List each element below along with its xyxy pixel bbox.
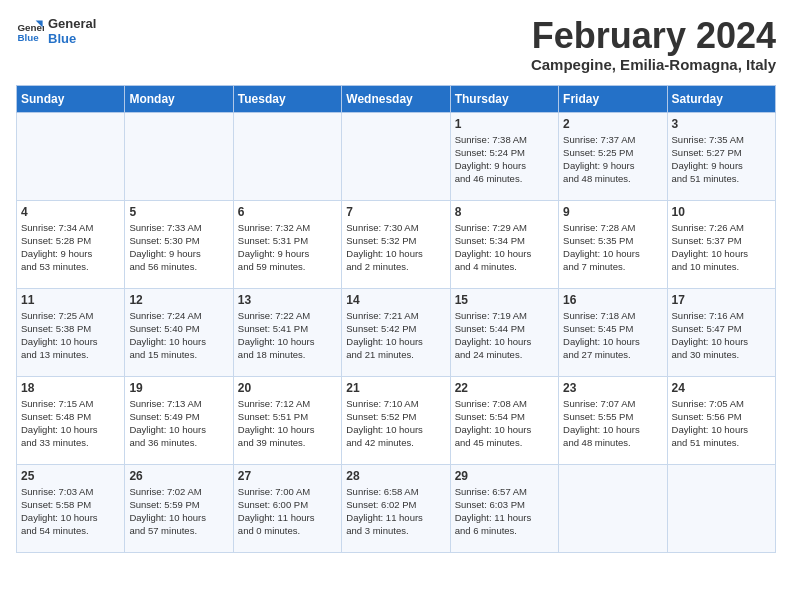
logo: General Blue General Blue [16, 16, 96, 46]
day-info: Sunrise: 7:24 AMSunset: 5:40 PMDaylight:… [129, 309, 228, 362]
calendar-body: 1Sunrise: 7:38 AMSunset: 5:24 PMDaylight… [17, 112, 776, 552]
calendar-cell [667, 464, 775, 552]
header-day-saturday: Saturday [667, 85, 775, 112]
calendar-cell [342, 112, 450, 200]
day-number: 9 [563, 205, 662, 219]
day-info: Sunrise: 7:37 AMSunset: 5:25 PMDaylight:… [563, 133, 662, 186]
calendar-cell: 22Sunrise: 7:08 AMSunset: 5:54 PMDayligh… [450, 376, 558, 464]
day-info: Sunrise: 7:00 AMSunset: 6:00 PMDaylight:… [238, 485, 337, 538]
calendar-cell: 27Sunrise: 7:00 AMSunset: 6:00 PMDayligh… [233, 464, 341, 552]
calendar-cell: 2Sunrise: 7:37 AMSunset: 5:25 PMDaylight… [559, 112, 667, 200]
week-row-3: 11Sunrise: 7:25 AMSunset: 5:38 PMDayligh… [17, 288, 776, 376]
day-info: Sunrise: 7:35 AMSunset: 5:27 PMDaylight:… [672, 133, 771, 186]
day-number: 21 [346, 381, 445, 395]
calendar-cell: 4Sunrise: 7:34 AMSunset: 5:28 PMDaylight… [17, 200, 125, 288]
calendar-subtitle: Campegine, Emilia-Romagna, Italy [531, 56, 776, 73]
calendar-cell [17, 112, 125, 200]
day-number: 5 [129, 205, 228, 219]
day-info: Sunrise: 7:02 AMSunset: 5:59 PMDaylight:… [129, 485, 228, 538]
day-number: 14 [346, 293, 445, 307]
calendar-cell: 12Sunrise: 7:24 AMSunset: 5:40 PMDayligh… [125, 288, 233, 376]
svg-text:Blue: Blue [17, 32, 39, 43]
logo-blue-text: Blue [48, 31, 96, 46]
day-number: 29 [455, 469, 554, 483]
day-info: Sunrise: 7:13 AMSunset: 5:49 PMDaylight:… [129, 397, 228, 450]
day-info: Sunrise: 7:05 AMSunset: 5:56 PMDaylight:… [672, 397, 771, 450]
calendar-cell: 11Sunrise: 7:25 AMSunset: 5:38 PMDayligh… [17, 288, 125, 376]
header-day-friday: Friday [559, 85, 667, 112]
day-info: Sunrise: 7:22 AMSunset: 5:41 PMDaylight:… [238, 309, 337, 362]
day-number: 28 [346, 469, 445, 483]
day-number: 20 [238, 381, 337, 395]
day-number: 16 [563, 293, 662, 307]
day-info: Sunrise: 7:07 AMSunset: 5:55 PMDaylight:… [563, 397, 662, 450]
day-number: 11 [21, 293, 120, 307]
calendar-cell: 21Sunrise: 7:10 AMSunset: 5:52 PMDayligh… [342, 376, 450, 464]
calendar-cell: 19Sunrise: 7:13 AMSunset: 5:49 PMDayligh… [125, 376, 233, 464]
day-number: 2 [563, 117, 662, 131]
calendar-cell: 8Sunrise: 7:29 AMSunset: 5:34 PMDaylight… [450, 200, 558, 288]
day-info: Sunrise: 7:10 AMSunset: 5:52 PMDaylight:… [346, 397, 445, 450]
calendar-cell: 23Sunrise: 7:07 AMSunset: 5:55 PMDayligh… [559, 376, 667, 464]
logo-general-text: General [48, 16, 96, 31]
day-number: 3 [672, 117, 771, 131]
day-number: 12 [129, 293, 228, 307]
day-info: Sunrise: 7:12 AMSunset: 5:51 PMDaylight:… [238, 397, 337, 450]
calendar-cell: 29Sunrise: 6:57 AMSunset: 6:03 PMDayligh… [450, 464, 558, 552]
day-number: 19 [129, 381, 228, 395]
calendar-cell: 20Sunrise: 7:12 AMSunset: 5:51 PMDayligh… [233, 376, 341, 464]
day-info: Sunrise: 7:08 AMSunset: 5:54 PMDaylight:… [455, 397, 554, 450]
calendar-title: February 2024 [531, 16, 776, 56]
calendar-cell: 5Sunrise: 7:33 AMSunset: 5:30 PMDaylight… [125, 200, 233, 288]
calendar-cell [233, 112, 341, 200]
week-row-2: 4Sunrise: 7:34 AMSunset: 5:28 PMDaylight… [17, 200, 776, 288]
day-number: 4 [21, 205, 120, 219]
calendar-table: SundayMondayTuesdayWednesdayThursdayFrid… [16, 85, 776, 553]
day-number: 23 [563, 381, 662, 395]
day-info: Sunrise: 7:33 AMSunset: 5:30 PMDaylight:… [129, 221, 228, 274]
week-row-4: 18Sunrise: 7:15 AMSunset: 5:48 PMDayligh… [17, 376, 776, 464]
calendar-cell: 14Sunrise: 7:21 AMSunset: 5:42 PMDayligh… [342, 288, 450, 376]
day-number: 26 [129, 469, 228, 483]
day-info: Sunrise: 7:28 AMSunset: 5:35 PMDaylight:… [563, 221, 662, 274]
calendar-cell: 13Sunrise: 7:22 AMSunset: 5:41 PMDayligh… [233, 288, 341, 376]
calendar-cell: 1Sunrise: 7:38 AMSunset: 5:24 PMDaylight… [450, 112, 558, 200]
day-number: 1 [455, 117, 554, 131]
day-number: 18 [21, 381, 120, 395]
day-info: Sunrise: 7:15 AMSunset: 5:48 PMDaylight:… [21, 397, 120, 450]
calendar-cell: 10Sunrise: 7:26 AMSunset: 5:37 PMDayligh… [667, 200, 775, 288]
day-info: Sunrise: 7:34 AMSunset: 5:28 PMDaylight:… [21, 221, 120, 274]
day-number: 24 [672, 381, 771, 395]
header-day-wednesday: Wednesday [342, 85, 450, 112]
logo-icon: General Blue [16, 17, 44, 45]
day-info: Sunrise: 7:26 AMSunset: 5:37 PMDaylight:… [672, 221, 771, 274]
day-info: Sunrise: 6:58 AMSunset: 6:02 PMDaylight:… [346, 485, 445, 538]
calendar-cell: 16Sunrise: 7:18 AMSunset: 5:45 PMDayligh… [559, 288, 667, 376]
calendar-cell: 26Sunrise: 7:02 AMSunset: 5:59 PMDayligh… [125, 464, 233, 552]
day-info: Sunrise: 7:38 AMSunset: 5:24 PMDaylight:… [455, 133, 554, 186]
header-day-monday: Monday [125, 85, 233, 112]
header-day-thursday: Thursday [450, 85, 558, 112]
calendar-header-row: SundayMondayTuesdayWednesdayThursdayFrid… [17, 85, 776, 112]
header: General Blue General Blue February 2024 … [16, 16, 776, 73]
header-day-tuesday: Tuesday [233, 85, 341, 112]
day-number: 22 [455, 381, 554, 395]
calendar-cell: 9Sunrise: 7:28 AMSunset: 5:35 PMDaylight… [559, 200, 667, 288]
day-info: Sunrise: 7:19 AMSunset: 5:44 PMDaylight:… [455, 309, 554, 362]
calendar-cell: 28Sunrise: 6:58 AMSunset: 6:02 PMDayligh… [342, 464, 450, 552]
calendar-cell: 15Sunrise: 7:19 AMSunset: 5:44 PMDayligh… [450, 288, 558, 376]
day-info: Sunrise: 6:57 AMSunset: 6:03 PMDaylight:… [455, 485, 554, 538]
day-number: 13 [238, 293, 337, 307]
week-row-5: 25Sunrise: 7:03 AMSunset: 5:58 PMDayligh… [17, 464, 776, 552]
calendar-cell: 6Sunrise: 7:32 AMSunset: 5:31 PMDaylight… [233, 200, 341, 288]
header-day-sunday: Sunday [17, 85, 125, 112]
calendar-cell [125, 112, 233, 200]
day-number: 15 [455, 293, 554, 307]
day-info: Sunrise: 7:29 AMSunset: 5:34 PMDaylight:… [455, 221, 554, 274]
day-info: Sunrise: 7:16 AMSunset: 5:47 PMDaylight:… [672, 309, 771, 362]
day-info: Sunrise: 7:30 AMSunset: 5:32 PMDaylight:… [346, 221, 445, 274]
day-number: 8 [455, 205, 554, 219]
day-number: 25 [21, 469, 120, 483]
day-info: Sunrise: 7:03 AMSunset: 5:58 PMDaylight:… [21, 485, 120, 538]
day-number: 6 [238, 205, 337, 219]
